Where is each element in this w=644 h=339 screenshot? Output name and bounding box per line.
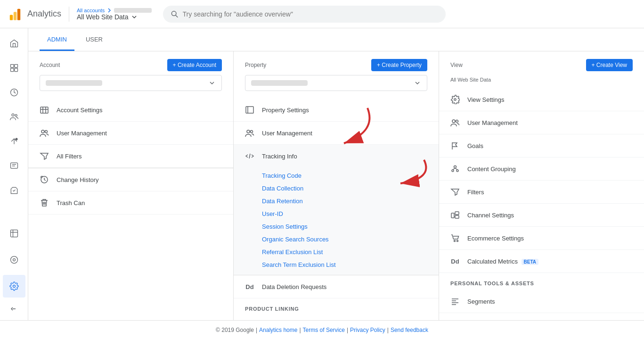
svg-point-58 (457, 240, 458, 242)
nav-item-admin[interactable] (3, 275, 25, 298)
nav-item-discover[interactable] (3, 248, 25, 271)
goals-label: Goals (467, 142, 633, 149)
view-column-header: View + Create View (439, 51, 644, 75)
menu-item-property-settings[interactable]: Property Settings (234, 99, 439, 122)
tracking-code-link[interactable]: Tracking Code (262, 169, 439, 182)
menu-item-user-management-prop[interactable]: User Management (234, 122, 439, 145)
analytics-logo (8, 7, 23, 22)
menu-item-change-history[interactable]: Change History (28, 168, 233, 191)
people-icon (40, 128, 49, 138)
svg-rect-0 (10, 15, 13, 20)
tab-admin[interactable]: ADMIN (40, 28, 74, 51)
calc-dd-icon: Dd (450, 256, 460, 266)
account-column: Account + Create Account Account Setting… (28, 51, 234, 320)
nav-item-behavior[interactable] (3, 155, 25, 177)
account-selector-dropdown[interactable] (40, 75, 222, 91)
menu-item-all-filters[interactable]: All Filters (28, 145, 233, 168)
logo-area: Analytics (8, 7, 69, 22)
nav-item-realtime[interactable] (3, 81, 25, 104)
account-column-header: Account + Create Account (28, 51, 233, 75)
nav-item-reports[interactable] (3, 57, 25, 79)
content-grouping-label: Content Grouping (467, 165, 633, 173)
copyright-text: © 2019 Google (216, 327, 254, 333)
create-view-button[interactable]: + Create View (586, 59, 633, 71)
menu-item-google-ads[interactable]: Google Ads Linking (234, 315, 439, 320)
nav-item-home[interactable] (3, 32, 25, 55)
app-title: Analytics (27, 9, 61, 19)
view-column: View + Create View All Web Site Data Vie… (439, 51, 644, 320)
tracking-info-item: Tracking Info Tracking Code Data Collect… (234, 145, 439, 275)
channel-icon (450, 210, 460, 220)
columns-wrapper: Account + Create Account Account Setting… (28, 51, 644, 320)
menu-item-view-settings[interactable]: View Settings (439, 88, 644, 111)
menu-item-segments[interactable]: Segments (439, 290, 644, 313)
view-settings-label: View Settings (467, 96, 633, 103)
menu-item-goals[interactable]: Goals (439, 134, 644, 157)
nav-item-conversions[interactable] (3, 179, 25, 202)
calculated-metrics-label: Calculated Metrics BETA (467, 258, 633, 265)
search-input[interactable] (183, 10, 439, 18)
menu-item-channel-settings[interactable]: Channel Settings (439, 204, 644, 227)
tab-user[interactable]: USER (78, 28, 110, 51)
menu-item-calculated-metrics[interactable]: Dd Calculated Metrics BETA (439, 250, 644, 273)
svg-rect-6 (14, 65, 17, 68)
svg-line-4 (176, 15, 178, 17)
search-term-link[interactable]: Search Term Exclusion List (262, 258, 439, 271)
svg-point-26 (45, 131, 48, 133)
create-account-button[interactable]: + Create Account (167, 59, 222, 71)
property-settings-icon (245, 105, 254, 115)
nav-item-acquisition[interactable] (3, 130, 25, 153)
trash-icon (40, 198, 49, 207)
terms-link[interactable]: Terms of Service (303, 327, 345, 333)
menu-item-account-settings[interactable]: Account Settings (28, 99, 233, 122)
all-web-site-label: All Web Site Data (450, 77, 633, 83)
data-retention-link[interactable]: Data Retention (262, 195, 439, 207)
user-management-prop-label: User Management (262, 130, 427, 137)
tracking-sub-items: Tracking Code Data Collection Data Reten… (234, 167, 439, 275)
menu-item-data-deletion[interactable]: Dd Data Deletion Requests (234, 275, 439, 298)
data-deletion-label: Data Deletion Requests (262, 283, 427, 290)
cart-icon (450, 233, 460, 243)
nav-item-audience[interactable] (3, 106, 25, 128)
svg-point-35 (251, 131, 253, 133)
menu-item-content-grouping[interactable]: Content Grouping (439, 157, 644, 181)
menu-item-filters-view[interactable]: Filters (439, 181, 644, 204)
all-filters-label: All Filters (57, 153, 222, 160)
menu-item-ecommerce[interactable]: Ecommerce Settings (439, 227, 644, 250)
menu-item-user-management-view[interactable]: User Management (439, 111, 644, 134)
main-layout: ADMIN USER (0, 28, 644, 320)
svg-rect-7 (10, 68, 14, 72)
filter-view-icon (450, 187, 460, 197)
privacy-link[interactable]: Privacy Policy (350, 327, 385, 333)
property-selector-dropdown[interactable] (245, 75, 427, 91)
nav-collapse[interactable] (3, 301, 25, 316)
svg-rect-1 (14, 12, 16, 20)
svg-point-45 (452, 120, 455, 123)
create-property-button[interactable]: + Create Property (371, 59, 427, 71)
svg-rect-56 (455, 215, 459, 218)
session-settings-link[interactable]: Session Settings (262, 220, 439, 233)
nav-item-customize[interactable] (3, 222, 25, 245)
property-selector-header[interactable]: All Web Site Data (77, 13, 152, 21)
menu-item-user-management-acct[interactable]: User Management (28, 122, 233, 145)
search-bar[interactable] (163, 6, 446, 23)
footer: © 2019 Google | Analytics home | Terms o… (0, 320, 644, 339)
svg-point-17 (13, 259, 15, 261)
user-id-link[interactable]: User-ID (262, 207, 439, 220)
account-selector[interactable]: All accounts All Web Site Data (77, 8, 152, 21)
user-management-view-label: User Management (467, 119, 633, 126)
referral-exclusion-link[interactable]: Referral Exclusion List (262, 246, 439, 258)
data-collection-link[interactable]: Data Collection (262, 182, 439, 195)
people-prop-icon (245, 128, 254, 138)
menu-item-trash-can[interactable]: Trash Can (28, 191, 233, 215)
account-settings-label: Account Settings (57, 107, 222, 114)
analytics-home-link[interactable]: Analytics home (259, 327, 297, 333)
organic-search-link[interactable]: Organic Search Sources (262, 233, 439, 246)
svg-rect-55 (455, 212, 459, 215)
send-feedback-link[interactable]: Send feedback (391, 327, 428, 333)
all-accounts-link[interactable]: All accounts (77, 8, 152, 13)
tracking-info-header[interactable]: Tracking Info (234, 145, 439, 167)
menu-item-annotations[interactable]: Annotations (439, 313, 644, 320)
svg-point-46 (456, 120, 458, 123)
annotations-icon (450, 320, 460, 320)
